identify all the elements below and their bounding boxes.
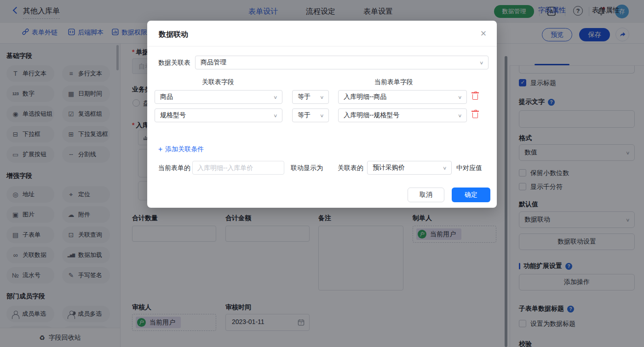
- relation-field-select[interactable]: 预计采购价: [367, 161, 452, 175]
- current-field-input[interactable]: [192, 161, 284, 175]
- modal-header-divider: [147, 46, 497, 46]
- condition-field-select[interactable]: 商品: [155, 90, 282, 104]
- add-condition-link[interactable]: 添加关联条件: [158, 145, 204, 154]
- condition-field-select[interactable]: 规格型号: [155, 108, 282, 122]
- delete-condition-icon[interactable]: [472, 94, 478, 100]
- linkage-middle-label: 联动显示为: [291, 164, 323, 172]
- col-head-current-field: 当前表单字段: [374, 78, 413, 86]
- condition-op-select[interactable]: 等于: [292, 108, 329, 122]
- data-linkage-modal: 数据联动 × 数据关联表 商品管理 关联表字段 当前表单字段 商品 等于 入库明…: [147, 21, 497, 208]
- condition-op-select[interactable]: 等于: [292, 90, 329, 104]
- relation-prefix-label: 关联表的: [338, 164, 363, 172]
- close-icon[interactable]: ×: [477, 27, 490, 40]
- modal-title: 数据联动: [159, 30, 188, 40]
- value-suffix-label: 中对应值: [456, 164, 482, 172]
- condition-target-select[interactable]: 入库明细--商品: [338, 90, 467, 104]
- current-form-prefix-label: 当前表单的: [158, 164, 190, 172]
- cancel-button[interactable]: 取消: [408, 188, 444, 202]
- relation-table-label: 数据关联表: [158, 59, 190, 67]
- confirm-button[interactable]: 确定: [452, 188, 490, 202]
- delete-condition-icon[interactable]: [472, 113, 478, 118]
- app-root: 其他入库单 表单设计 流程设定 表单设置 数据管理 A ? 存 表单外链 后端脚…: [0, 0, 644, 347]
- relation-table-select[interactable]: 商品管理: [195, 56, 489, 69]
- col-head-relation-field: 关联表字段: [202, 78, 234, 86]
- condition-target-select[interactable]: 入库明细--规格型号: [338, 108, 467, 122]
